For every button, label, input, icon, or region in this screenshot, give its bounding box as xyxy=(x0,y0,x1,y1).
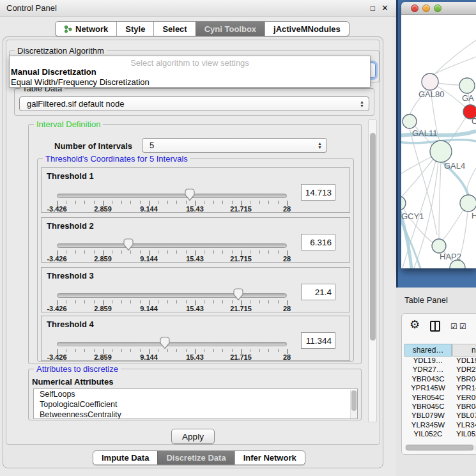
tick-label: 15.43 xyxy=(186,353,204,361)
window-title: Control Panel xyxy=(6,3,57,13)
tab-cyni-toolbox[interactable]: Cyni Toolbox xyxy=(196,22,265,36)
table-horizontal-scrollbar-thumb[interactable] xyxy=(406,445,473,450)
threshold-2-slider-thumb[interactable] xyxy=(122,238,135,251)
combo-arrows-icon: ▲▼ xyxy=(318,142,322,150)
checkbox-icon[interactable]: ☑ xyxy=(459,322,466,331)
numerical-attributes-label: Numerical Attributes xyxy=(32,377,113,387)
table-row[interactable]: YBR045CYBR045C xyxy=(404,403,476,411)
bottom-tabbar: Impute Data Discretize Data Infer Networ… xyxy=(93,450,305,465)
minimize-traffic-light-icon[interactable] xyxy=(422,4,430,12)
threshold-2-value-field[interactable] xyxy=(301,234,335,250)
tab-discretize-data[interactable]: Discretize Data xyxy=(157,451,234,464)
tick-label: 9.144 xyxy=(140,353,158,361)
cell: YIL052C xyxy=(404,430,452,439)
threshold-4-slider-thumb[interactable] xyxy=(158,336,171,349)
column-header-name[interactable]: n xyxy=(452,344,476,357)
tab-discretize-data-label: Discretize Data xyxy=(166,453,226,463)
threshold-4-value-field[interactable] xyxy=(301,332,335,349)
screenshot: Control Panel □ ✕ Network Style Select C… xyxy=(0,0,476,476)
node-h[interactable] xyxy=(460,195,476,211)
table-horizontal-scrollbar[interactable] xyxy=(404,444,476,451)
cell: YPR145W xyxy=(452,384,476,393)
threshold-2-tick-labels: -3.426 2.859 9.144 15.43 21.715 28 xyxy=(57,255,287,263)
list-item[interactable]: SelfLoops xyxy=(34,389,357,399)
threshold-4-tick-labels: -3.426 2.859 9.144 15.43 21.715 28 xyxy=(57,353,287,361)
tick-label: 2.859 xyxy=(94,205,112,213)
float-window-icon[interactable]: □ xyxy=(371,4,375,13)
tick-label: -3.426 xyxy=(47,353,66,361)
node-label: HAP2 xyxy=(440,252,461,261)
attributes-group-title: Attributes to discretize xyxy=(34,364,121,374)
node-label: GA xyxy=(462,93,474,103)
tab-impute-data[interactable]: Impute Data xyxy=(93,451,157,464)
number-of-intervals-combobox[interactable]: 5 ▲▼ xyxy=(142,138,327,153)
tick-label: 9.144 xyxy=(140,255,158,263)
tab-impute-data-label: Impute Data xyxy=(102,453,149,463)
tab-select[interactable]: Select xyxy=(153,22,195,36)
table-row[interactable]: YER054CYER054C xyxy=(404,394,476,403)
table-row[interactable]: YDR27…YDR27… xyxy=(404,365,476,374)
threshold-3-slider-thumb[interactable] xyxy=(232,288,245,301)
threshold-3-box: Threshold 3 -3.426 2.859 9.144 15.43 21.… xyxy=(41,267,350,312)
cell: YBR043C xyxy=(404,375,452,384)
close-traffic-light-icon[interactable] xyxy=(411,4,418,12)
table-data-combobox[interactable]: galFiltered.sif default node ▲▼ xyxy=(19,96,369,111)
table-row[interactable]: YBR043CYBR043C xyxy=(404,375,476,384)
node-label: C xyxy=(472,116,476,126)
tick-label: 15.43 xyxy=(186,255,204,263)
node-ga[interactable] xyxy=(459,78,475,93)
tab-select-label: Select xyxy=(162,24,187,34)
settings-scrollbar[interactable] xyxy=(368,119,377,422)
threshold-1-value-field[interactable] xyxy=(301,184,335,201)
cell: YBL079W xyxy=(404,411,452,420)
column-header-shared-name[interactable]: shared… xyxy=(404,344,452,357)
cell: YDR27… xyxy=(452,365,476,374)
combo-arrows-icon: ▲▼ xyxy=(360,100,364,108)
tick-label: 21.715 xyxy=(230,205,252,213)
algorithm-option-equal-width[interactable]: Equal Width/Frequency Discretization xyxy=(10,77,370,88)
tab-network-label: Network xyxy=(75,24,108,34)
table-data-value: galFiltered.sif default node xyxy=(27,99,124,109)
node-gcy1[interactable] xyxy=(401,196,406,210)
tab-style[interactable]: Style xyxy=(116,22,153,36)
table-row[interactable]: YPR145WYPR145W xyxy=(404,384,476,393)
tick-label: 28 xyxy=(283,305,291,312)
gear-icon[interactable]: ⚙ xyxy=(410,318,420,332)
checkbox-icon[interactable]: ☑ xyxy=(450,322,457,331)
node-label: H xyxy=(472,211,476,220)
tab-jactivemnodules[interactable]: jActiveMNodules xyxy=(265,22,349,36)
tick-label: 28 xyxy=(283,205,291,213)
table-row[interactable]: YBL079WYBL079W xyxy=(404,411,476,420)
cell: YDL19… xyxy=(404,357,452,365)
interval-definition-title: Interval Definition xyxy=(34,119,103,129)
tab-network[interactable]: Network xyxy=(56,22,116,36)
close-icon[interactable]: ✕ xyxy=(381,3,388,13)
columns-icon[interactable] xyxy=(430,321,440,332)
algorithm-option-manual[interactable]: Manual Discretization xyxy=(10,67,370,77)
apply-button[interactable]: Apply xyxy=(171,429,215,444)
node-hap2[interactable] xyxy=(432,239,446,253)
threshold-3-value-field[interactable] xyxy=(301,284,335,300)
threshold-1-slider-thumb[interactable] xyxy=(183,188,196,201)
network-canvas[interactable]: GAL80 GA C GAL11 GAL4 GCY1 H HAP2 xyxy=(401,15,476,268)
cell: YLR345W xyxy=(452,421,476,430)
tick-label: 2.859 xyxy=(94,353,112,361)
tick-label: 28 xyxy=(283,353,291,361)
zoom-traffic-light-icon[interactable] xyxy=(434,4,441,12)
table-row[interactable]: YIL052CYIL052C xyxy=(404,430,476,439)
settings-scrollbar-thumb[interactable] xyxy=(370,133,376,341)
list-item[interactable]: TopologicalCoefficient xyxy=(34,399,357,410)
attributes-list-scrollbar[interactable] xyxy=(350,390,357,419)
top-tabbar: Network Style Select Cyni Toolbox jActiv… xyxy=(55,21,349,36)
table-row[interactable]: YDL19…YDL19… xyxy=(404,357,476,365)
list-item[interactable]: BetweennessCentrality xyxy=(34,410,357,419)
table-row[interactable]: YLR345WYLR345W xyxy=(404,421,476,430)
table-panel-body: ⚙ ☑ ☑ shared… n YDL19…YDL19… YDR27…YDR27… xyxy=(401,313,476,455)
algorithm-dropdown-popup: Select algorithm to view settings Manual… xyxy=(9,56,371,88)
tab-infer-network[interactable]: Infer Network xyxy=(234,451,305,464)
node-gal4[interactable] xyxy=(430,141,452,162)
node-gal80[interactable] xyxy=(422,73,438,90)
node-gal11[interactable] xyxy=(403,114,417,128)
cell: YDL19… xyxy=(452,357,476,365)
algorithm-popup-hint: Select algorithm to view settings xyxy=(10,56,370,67)
